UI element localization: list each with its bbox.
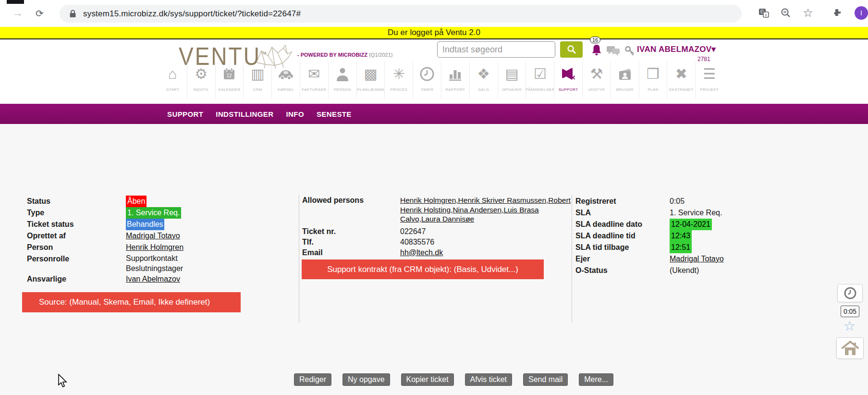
toolbar-item-person[interactable]: PERSON bbox=[328, 62, 356, 99]
copy-ticket-button[interactable]: Kopier ticket bbox=[401, 373, 454, 386]
field-label: SLA deadline tid bbox=[575, 230, 670, 242]
email-link[interactable]: hh@ltech.dk bbox=[400, 247, 443, 258]
sla-value: 1. Service Req. bbox=[670, 207, 722, 219]
field-label: SLA tid tilbage bbox=[575, 242, 670, 253]
toolbar-item-opgaver[interactable]: ▤ OPGAVER bbox=[498, 62, 526, 99]
toolbar-label: PROJEKT bbox=[700, 87, 719, 92]
toolbar-item-paamindelser[interactable]: ☑ PÅMINDELSER bbox=[526, 62, 554, 99]
ticket-nr-value: 022647 bbox=[400, 226, 426, 237]
toolbar-item-rapport[interactable]: RAPPORT bbox=[441, 62, 469, 99]
toolbar-item-planlaegning[interactable]: ▩ PLANLÆGNIN bbox=[356, 62, 385, 99]
app-header: VENTU™ - POWERED BY MICROBIZZ (Q1/2021) … bbox=[0, 40, 868, 104]
toolbar-item-plan[interactable]: ❒ PLAN bbox=[639, 62, 667, 99]
field-label: SLA bbox=[575, 207, 670, 219]
toolbar-label: UDSTYR bbox=[588, 87, 605, 92]
notifications-bell-icon[interactable] bbox=[590, 43, 603, 59]
toolbar-item-projekt[interactable]: ☰ PROJEKT bbox=[695, 62, 723, 99]
browser-back-icon[interactable]: → bbox=[12, 7, 23, 19]
registered-row: Registreret 0:05 bbox=[575, 196, 844, 207]
nav-support[interactable]: SUPPORT bbox=[167, 110, 203, 118]
toolbar-label: PLAN bbox=[648, 87, 658, 92]
bookmark-star-icon[interactable]: ☆ bbox=[801, 6, 815, 20]
browser-toolbar: → ⟳ system15.microbizz.dk/sys/support/ti… bbox=[0, 0, 868, 27]
ticket-status-row: Ticket status Behandles bbox=[27, 219, 296, 230]
translate-icon[interactable]: Gx bbox=[757, 6, 770, 20]
car-icon bbox=[278, 62, 294, 86]
toolbar-item-timer[interactable]: TIMER bbox=[413, 62, 441, 99]
support-contract-banner: Support kontrakt (fra CRM objekt): (Basi… bbox=[302, 259, 544, 279]
toolbar-label: INDSTIL bbox=[193, 87, 209, 92]
toolbar-label: PLANLÆGNIN bbox=[357, 87, 384, 92]
phone-row: Tlf. 40835576 bbox=[302, 237, 574, 247]
powered-by-text: - POWERED BY MICROBIZZ (Q1/2021) bbox=[297, 52, 392, 58]
favorite-star-icon[interactable]: ☆ bbox=[844, 318, 856, 334]
url-text: system15.microbizz.dk/sys/support/ticket… bbox=[83, 9, 301, 19]
sla-deadline-date-row: SLA deadline dato 12-04-2021 bbox=[575, 219, 844, 230]
toolbar-item-kalender[interactable]: 12 KALENDER bbox=[215, 62, 244, 99]
svg-text:✕: ✕ bbox=[571, 74, 576, 81]
toolbar-item-proces[interactable]: ✳ PROCES bbox=[384, 62, 413, 99]
gear-icon: ⚙ bbox=[195, 62, 208, 86]
notification-count-badge: 16 bbox=[590, 37, 600, 43]
allowed-persons-links[interactable]: Henrik Holmgren,Henrik Skriver Rasmussen… bbox=[400, 196, 574, 224]
toolbar-label: TIMER bbox=[421, 87, 433, 92]
new-task-button[interactable]: Ny opgave bbox=[342, 373, 390, 386]
field-label: O-Status bbox=[575, 265, 670, 276]
tools-icon: ⚒ bbox=[590, 62, 603, 86]
toolbar-item-support[interactable]: ✕ SUPPORT bbox=[554, 62, 582, 99]
person-icon bbox=[336, 62, 349, 86]
field-label: SLA deadline dato bbox=[575, 219, 670, 230]
toolbar-item-salg[interactable]: ❖ SALG bbox=[469, 62, 498, 99]
home-icon bbox=[841, 340, 859, 357]
extranet-icon: ✖ bbox=[675, 62, 687, 86]
toolbar-item-start[interactable]: ⌂ START bbox=[159, 62, 187, 99]
send-mail-button[interactable]: Send mail bbox=[523, 373, 568, 386]
project-icon: ☰ bbox=[703, 62, 716, 86]
toolbar-label: BRUGER bbox=[616, 87, 634, 92]
toolbar-item-bruger[interactable]: BRUGER bbox=[611, 62, 639, 99]
browser-reload-icon[interactable]: ⟳ bbox=[36, 8, 44, 19]
ticket-status-value: Behandles bbox=[126, 219, 164, 230]
time-tracking-widget[interactable] bbox=[837, 284, 863, 302]
ticket-actions: Rediger Ny opgave Kopier ticket Afvis ti… bbox=[294, 373, 613, 386]
more-button[interactable]: Mere... bbox=[579, 373, 613, 386]
responsible-link[interactable]: Ivan Abelmazov bbox=[126, 273, 180, 285]
field-label: Ticket status bbox=[27, 219, 126, 230]
field-label: Ticket nr. bbox=[302, 226, 400, 237]
megaphone-icon: ✕ bbox=[560, 62, 576, 86]
extensions-puzzle-icon[interactable] bbox=[830, 6, 844, 20]
created-by-link[interactable]: Madrigal Totayo bbox=[126, 230, 180, 242]
toolbar-label: OPGAVER bbox=[502, 87, 522, 92]
field-label: Ansvarlige bbox=[27, 273, 126, 285]
home-shortcut-widget[interactable] bbox=[836, 337, 864, 359]
search-button[interactable] bbox=[560, 41, 583, 58]
nav-info[interactable]: INFO bbox=[286, 110, 304, 118]
person-link[interactable]: Henrik Holmgren bbox=[126, 242, 183, 253]
toolbar-item-indstil[interactable]: ⚙ INDSTIL bbox=[187, 62, 215, 99]
person-role-value: Supportkontakt Beslutningstager bbox=[126, 253, 183, 273]
browser-profile-avatar[interactable]: I bbox=[855, 6, 868, 20]
chat-bubbles-icon[interactable] bbox=[606, 45, 621, 59]
created-by-row: Oprettet af Madrigal Totayo bbox=[27, 230, 296, 242]
field-label: Registreret bbox=[575, 196, 670, 207]
user-menu[interactable]: IVAN ABELMAZOV▾ bbox=[637, 44, 716, 54]
toolbar-item-crm[interactable]: ▥ CRM bbox=[243, 62, 271, 99]
reject-ticket-button[interactable]: Afvis ticket bbox=[465, 373, 512, 386]
nav-seneste[interactable]: SENESTE bbox=[317, 110, 352, 118]
edit-button[interactable]: Rediger bbox=[294, 373, 331, 386]
address-bar[interactable]: system15.microbizz.dk/sys/support/ticket… bbox=[60, 5, 742, 23]
toolbar-label: SUPPORT bbox=[559, 87, 578, 92]
key-icon[interactable] bbox=[623, 44, 636, 59]
toolbar-item-korsel[interactable]: KØRSEL bbox=[271, 62, 300, 99]
zoom-out-icon[interactable] bbox=[779, 6, 793, 20]
mouse-cursor bbox=[58, 374, 68, 390]
nav-indstillinger[interactable]: INDSTILLINGER bbox=[216, 110, 273, 118]
search-input[interactable] bbox=[437, 41, 555, 58]
toolbar-item-ekstranet[interactable]: ✖ EKSTRANET bbox=[667, 62, 695, 99]
toolbar-item-udstyr[interactable]: ⚒ UDSTYR bbox=[582, 62, 611, 99]
owner-link[interactable]: Madrigal Totayo bbox=[670, 253, 724, 265]
field-label: Person bbox=[27, 242, 126, 253]
toolbar-item-fakturaer[interactable]: ✉ FAKTURAER bbox=[300, 62, 328, 99]
planning-icon: ▩ bbox=[364, 62, 377, 86]
person-row: Person Henrik Holmgren bbox=[27, 242, 296, 253]
